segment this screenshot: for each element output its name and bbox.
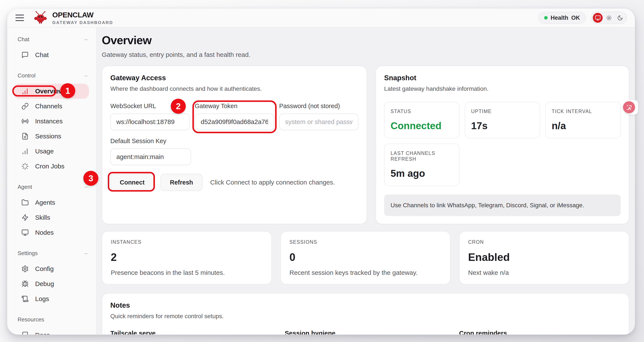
translate-icon — [625, 104, 633, 111]
translate-floating-button[interactable] — [623, 101, 635, 113]
app-subtitle: GATEWAY DASHBOARD — [52, 20, 113, 25]
sidebar: Chat – Chat Control – — [7, 28, 96, 334]
sidebar-item-label: Skills — [35, 214, 50, 221]
theme-toggle-group — [591, 12, 627, 24]
section-label: Resources — [18, 316, 44, 323]
note-cron-reminders: Cron reminders Use isolated sessions for… — [459, 329, 621, 335]
sidebar-item-debug[interactable]: Debug — [13, 276, 89, 291]
metric-label: INSTANCES — [111, 239, 263, 245]
sidebar-item-label: Logs — [35, 295, 49, 302]
note-session-hygiene: Session hygiene Use /new or sessions.pat… — [285, 329, 446, 335]
note-tailscale: Tailscale serve Prefer serve mode to kee… — [110, 329, 272, 335]
card-subtitle: Where the dashboard connects and how it … — [110, 85, 358, 92]
app-window: OPENCLAW GATEWAY DASHBOARD Health OK — [7, 8, 635, 335]
uptime-stat-card: UPTIME 17s — [465, 102, 540, 138]
sidebar-item-logs[interactable]: Logs — [13, 291, 89, 306]
zap-icon — [22, 214, 29, 221]
monitor-icon — [595, 15, 601, 21]
link-icon — [22, 103, 29, 110]
card-title: Snapshot — [384, 74, 621, 82]
stat-label: TICK INTERVAL — [552, 109, 614, 114]
sidebar-section-resources[interactable]: Resources — [13, 316, 89, 323]
gateway-token-field: Gateway Token 2 — [195, 103, 274, 130]
file-text-icon — [22, 133, 29, 140]
health-status-badge: Health OK — [538, 12, 586, 24]
section-label: Settings — [18, 250, 38, 257]
chat-bubble-icon — [22, 51, 29, 59]
notes-card: Notes Quick reminders for remote control… — [102, 293, 629, 335]
page-title: Overview — [102, 34, 629, 47]
health-dot-icon — [544, 16, 548, 20]
tick-interval-value: n/a — [552, 120, 566, 131]
sidebar-item-label: Config — [35, 265, 54, 272]
top-bar: OPENCLAW GATEWAY DASHBOARD Health OK — [7, 9, 635, 28]
status-value: Connected — [390, 120, 442, 131]
field-label: WebSocket URL — [110, 103, 190, 110]
sessions-metric-card: SESSIONS 0 Recent session keys tracked b… — [280, 231, 450, 284]
websocket-url-input[interactable] — [110, 113, 190, 130]
metric-label: SESSIONS — [290, 239, 442, 245]
section-label: Chat — [18, 36, 29, 43]
bar-chart-icon — [22, 88, 29, 95]
sidebar-item-label: Cron Jobs — [35, 163, 64, 170]
main-content: Overview Gateway status, entry points, a… — [96, 28, 635, 334]
sidebar-item-usage[interactable]: Usage — [13, 144, 89, 159]
default-session-key-field: Default Session Key — [110, 137, 191, 165]
sun-icon — [606, 15, 612, 21]
field-label: Gateway Token — [195, 103, 274, 110]
brand: OPENCLAW GATEWAY DASHBOARD — [34, 11, 113, 25]
collapse-dash-icon: – — [84, 250, 88, 257]
password-input[interactable] — [279, 113, 358, 130]
collapse-dash-icon: – — [84, 184, 88, 190]
radio-icon — [22, 118, 29, 125]
refresh-button[interactable]: Refresh — [160, 174, 202, 191]
snapshot-card: Snapshot Latest gateway handshake inform… — [376, 66, 629, 224]
last-channels-refresh-stat-card: LAST CHANNELS REFRESH 5m ago — [384, 143, 460, 186]
metric-description: Presence beacons in the last 5 minutes. — [111, 269, 263, 276]
sidebar-item-agents[interactable]: Agents — [13, 195, 89, 210]
header-actions: Health OK — [538, 12, 627, 24]
sidebar-item-nodes[interactable]: Nodes — [13, 225, 89, 240]
sidebar-item-label: Overview — [35, 88, 64, 95]
collapse-dash-icon: – — [84, 36, 88, 43]
sidebar-item-config[interactable]: Config — [13, 261, 89, 276]
gear-icon — [22, 265, 29, 272]
note-title: Cron reminders — [459, 329, 621, 335]
sidebar-section-agent[interactable]: Agent – — [13, 184, 89, 190]
uptime-value: 17s — [471, 120, 488, 131]
sidebar-section-control[interactable]: Control – — [13, 72, 89, 79]
metric-value: Enabled — [468, 251, 620, 263]
sidebar-item-label: Nodes — [35, 229, 54, 236]
tick-interval-stat-card: TICK INTERVAL n/a — [545, 102, 621, 138]
card-title: Notes — [110, 301, 621, 309]
sidebar-item-skills[interactable]: Skills — [13, 210, 89, 225]
scroll-icon — [22, 295, 29, 302]
monitor-icon — [22, 229, 29, 236]
sidebar-item-docs[interactable]: Docs — [13, 328, 89, 335]
connect-button[interactable]: Connect — [110, 174, 154, 191]
sidebar-section-settings[interactable]: Settings – — [13, 250, 89, 257]
default-session-key-input[interactable] — [110, 148, 191, 165]
sidebar-section-chat[interactable]: Chat – — [13, 36, 89, 43]
theme-system-button[interactable] — [593, 13, 603, 23]
sidebar-item-instances[interactable]: Instances — [13, 114, 89, 129]
sidebar-item-label: Usage — [35, 148, 54, 155]
metric-description: Recent session keys tracked by the gatew… — [290, 269, 442, 276]
sidebar-item-overview[interactable]: Overview 1 — [13, 84, 89, 99]
sidebar-item-cron-jobs[interactable]: Cron Jobs — [13, 159, 89, 174]
note-title: Tailscale serve — [110, 329, 272, 335]
sidebar-item-sessions[interactable]: Sessions — [13, 129, 89, 144]
sidebar-item-chat[interactable]: Chat — [13, 47, 89, 62]
sidebar-item-label: Channels — [35, 103, 62, 110]
collapse-dash-icon: – — [84, 72, 88, 79]
metric-label: CRON — [468, 239, 620, 245]
hamburger-menu-icon[interactable] — [16, 15, 24, 21]
field-label: Password (not stored) — [279, 103, 358, 110]
theme-light-button[interactable] — [604, 13, 614, 23]
bar-chart-icon — [22, 148, 29, 155]
theme-dark-button[interactable] — [615, 13, 625, 23]
sidebar-item-channels[interactable]: Channels — [13, 99, 89, 114]
sidebar-item-label: Agents — [35, 199, 55, 206]
gateway-token-input[interactable] — [195, 113, 274, 130]
channels-tip: Use Channels to link WhatsApp, Telegram,… — [384, 195, 621, 216]
